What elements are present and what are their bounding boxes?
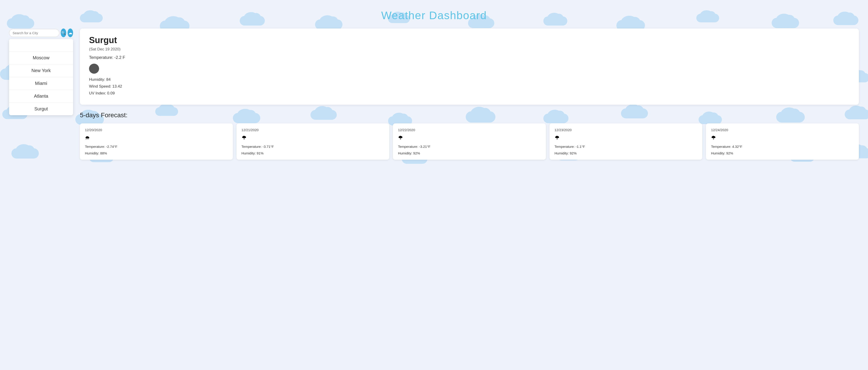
city-list-empty-row bbox=[9, 39, 73, 52]
forecast-temp-1: Temperature: -2.74°F bbox=[85, 144, 228, 149]
forecast-icon-4: 🌩 bbox=[555, 135, 698, 141]
forecast-humidity-4: Humidity: 92% bbox=[555, 151, 698, 155]
forecast-date-1: 12/20/2020 bbox=[85, 128, 228, 132]
city-item-atlanta[interactable]: Atlanta bbox=[9, 90, 73, 103]
city-item-moscow[interactable]: Moscow bbox=[9, 52, 73, 64]
forecast-cards: 12/20/2020 🌨 Temperature: -2.74°F Humidi… bbox=[80, 124, 859, 160]
forecast-humidity-1: Humidity: 88% bbox=[85, 151, 228, 155]
forecast-icon-1: 🌨 bbox=[85, 135, 228, 141]
current-wind-speed: Wind Speed: 13.42 bbox=[89, 84, 850, 89]
city-item-new-york[interactable]: New York bbox=[9, 64, 73, 77]
forecast-card-day1: 12/20/2020 🌨 Temperature: -2.74°F Humidi… bbox=[80, 124, 233, 160]
forecast-date-4: 12/23/2020 bbox=[555, 128, 698, 132]
page-title: Weather Dashboard bbox=[9, 5, 859, 29]
search-bar: 🔍 ☁ bbox=[9, 29, 73, 37]
forecast-humidity-2: Humidity: 91% bbox=[242, 151, 384, 155]
forecast-date-5: 12/24/2020 bbox=[711, 128, 854, 132]
forecast-temp-3: Temperature: -3.21°F bbox=[398, 144, 541, 149]
forecast-temp-5: Temperature: 4.32°F bbox=[711, 144, 854, 149]
main-content: Surgut (Sat Dec 19 2020) Temperature: -2… bbox=[80, 29, 859, 160]
forecast-icon-5: 🌩 bbox=[711, 135, 854, 141]
forecast-icon-2: 🌩 bbox=[242, 135, 384, 141]
forecast-section: 5-days Forecast: 12/20/2020 🌨 Temperatur… bbox=[80, 111, 859, 160]
city-item-surgut[interactable]: Surgut bbox=[9, 103, 73, 115]
sidebar: 🔍 ☁ Moscow New York Miami Atlanta Surgut bbox=[9, 29, 73, 115]
forecast-card-day5: 12/24/2020 🌩 Temperature: 4.32°F Humidit… bbox=[706, 124, 859, 160]
forecast-icon-3: 🌩 bbox=[398, 135, 541, 141]
forecast-card-day2: 12/21/2020 🌩 Temperature: -3.71°F Humidi… bbox=[237, 124, 390, 160]
weather-icon-circle bbox=[89, 64, 99, 74]
search-icon: 🔍 bbox=[61, 31, 66, 35]
forecast-card-day3: 12/22/2020 🌩 Temperature: -3.21°F Humidi… bbox=[393, 124, 546, 160]
search-button[interactable]: 🔍 bbox=[61, 29, 66, 37]
cloud-toggle-button[interactable]: ☁ bbox=[68, 29, 73, 37]
current-temperature: Temperature: -2.2 F bbox=[89, 55, 850, 60]
current-date: (Sat Dec 19 2020) bbox=[89, 47, 850, 52]
search-input[interactable] bbox=[9, 29, 59, 37]
current-weather-card: Surgut (Sat Dec 19 2020) Temperature: -2… bbox=[80, 29, 859, 105]
main-layout: 🔍 ☁ Moscow New York Miami Atlanta Surgut… bbox=[9, 29, 859, 160]
current-uv-index: UV Index: 0.09 bbox=[89, 91, 850, 96]
city-list: Moscow New York Miami Atlanta Surgut bbox=[9, 39, 73, 115]
forecast-humidity-3: Humidity: 92% bbox=[398, 151, 541, 155]
forecast-date-2: 12/21/2020 bbox=[242, 128, 384, 132]
current-humidity: Humidity: 84 bbox=[89, 77, 850, 82]
forecast-temp-2: Temperature: -3.71°F bbox=[242, 144, 384, 149]
forecast-title: 5-days Forecast: bbox=[80, 111, 859, 119]
forecast-card-day4: 12/23/2020 🌩 Temperature: -1.1°F Humidit… bbox=[550, 124, 703, 160]
cloud-icon: ☁ bbox=[68, 30, 72, 35]
city-item-miami[interactable]: Miami bbox=[9, 77, 73, 90]
forecast-date-3: 12/22/2020 bbox=[398, 128, 541, 132]
current-city-name: Surgut bbox=[89, 35, 850, 45]
forecast-temp-4: Temperature: -1.1°F bbox=[555, 144, 698, 149]
forecast-humidity-5: Humidity: 92% bbox=[711, 151, 854, 155]
